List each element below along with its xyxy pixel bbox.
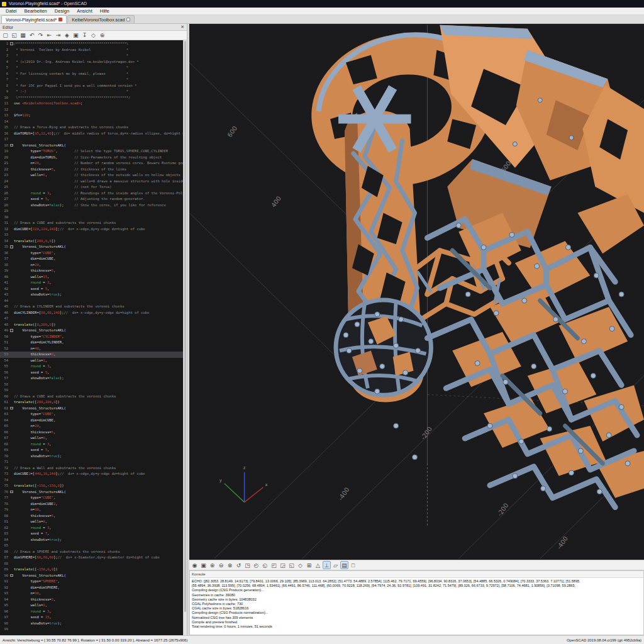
- undo-button[interactable]: ↶: [28, 31, 36, 40]
- code-line[interactable]: 18 Voronoi_StructureAKL(: [0, 143, 183, 149]
- code-line[interactable]: 87dimSPHERE=[60,60,60];// dx= x-Diameter…: [0, 555, 183, 561]
- code-line[interactable]: 83 seed = 7,: [0, 531, 183, 537]
- code-line[interactable]: 64 dim=dimCUBE,: [0, 418, 183, 424]
- code-line[interactable]: 75translate([-150,-150,0]): [0, 483, 183, 489]
- code-line[interactable]: 39 thickness=5,: [0, 268, 183, 274]
- fold-marker-icon[interactable]: [10, 407, 13, 410]
- code-line[interactable]: 57 showDots=false);: [0, 375, 183, 382]
- code-line[interactable]: 4 * (c)2019 Dr.-Ing. Andreas Keibel <a.k…: [0, 59, 183, 65]
- export-stl-button[interactable]: ↧: [80, 31, 89, 40]
- code-line[interactable]: 51 dim=dimCYLINDER,: [0, 340, 183, 346]
- code-line[interactable]: 66 thickness=5,: [0, 430, 183, 436]
- view-all-button[interactable]: □: [349, 561, 357, 569]
- code-editor[interactable]: 1/**************************************…: [0, 40, 187, 635]
- preview-button[interactable]: ◉: [191, 561, 199, 569]
- menu-item[interactable]: Hilfe: [96, 8, 113, 15]
- code-line[interactable]: 58: [0, 382, 183, 388]
- code-line[interactable]: 10 \************************************…: [0, 95, 183, 101]
- save-file-button[interactable]: ▦: [19, 31, 27, 40]
- redo-button[interactable]: ↷: [36, 31, 45, 40]
- view-back-button[interactable]: ◱: [287, 561, 296, 569]
- code-line[interactable]: 79 n=90,: [0, 507, 183, 513]
- code-line[interactable]: 59: [0, 387, 183, 394]
- view-left-button[interactable]: ◰: [270, 561, 278, 569]
- code-line[interactable]: 81 walls=0,: [0, 519, 183, 525]
- unindent-button[interactable]: ⇤: [45, 31, 53, 40]
- view-front-button[interactable]: ◲: [279, 561, 287, 569]
- code-line[interactable]: 40 walls=15,: [0, 274, 183, 280]
- code-line[interactable]: 95 walls=2,: [0, 602, 183, 609]
- code-line[interactable]: 98 showDots=true);: [0, 621, 183, 627]
- code-line[interactable]: 74: [0, 477, 183, 484]
- export-image-button[interactable]: ◇: [89, 31, 97, 40]
- code-line[interactable]: 26 round = 3, // Roundings of the inside…: [0, 191, 183, 197]
- code-line[interactable]: 1/**************************************…: [0, 41, 183, 47]
- code-line[interactable]: 47: [0, 316, 183, 322]
- code-line[interactable]: 31// Draws a CUBE and substracts the vor…: [0, 220, 183, 226]
- code-line[interactable]: 6 * For licensing contact me by email, p…: [0, 71, 183, 77]
- code-line[interactable]: 23 walls=6, // thickness of the outside …: [0, 172, 183, 179]
- code-line[interactable]: 96 round = 3,: [0, 609, 183, 615]
- fold-marker-icon[interactable]: [10, 574, 13, 577]
- scrollbar-handle[interactable]: [184, 41, 186, 612]
- code-line[interactable]: 14: [0, 119, 183, 125]
- code-line[interactable]: 17: [0, 136, 183, 143]
- 3d-viewport[interactable]: 600400600600-200-400-200-400: [189, 24, 644, 560]
- code-line[interactable]: 55 round = 3,: [0, 364, 183, 370]
- preview-button[interactable]: ◈: [63, 31, 71, 40]
- code-line[interactable]: 73dimCUBE2=[440,10,240];// dx= x-edge,dy…: [0, 471, 183, 477]
- code-line[interactable]: 24 // walls=0 draws a massive structure …: [0, 179, 183, 185]
- code-line[interactable]: 91 type="SPHERE",: [0, 579, 183, 585]
- code-line[interactable]: 21 n=20, // Number of random voronoi cor…: [0, 160, 183, 167]
- show-scale-markers-button[interactable]: ▤: [340, 561, 348, 569]
- code-line[interactable]: 61translate([200,200,0]): [0, 399, 183, 406]
- document-tab[interactable]: Voronoi-Playingfield.scad*: [1, 15, 67, 23]
- code-line[interactable]: 90 Voronoi_StructureAKL(: [0, 573, 183, 579]
- code-line[interactable]: 12: [0, 107, 183, 113]
- code-line[interactable]: 13$fn=120;: [0, 113, 183, 119]
- view-diagonal-button[interactable]: ◇: [296, 561, 304, 569]
- new-file-button[interactable]: ▢: [1, 31, 9, 40]
- code-line[interactable]: 19 type="TORUS", // Select the type TORU…: [0, 148, 183, 155]
- code-line[interactable]: 43 showDots=true);: [0, 292, 183, 298]
- code-line[interactable]: 94 thickness=3,: [0, 597, 183, 603]
- code-line[interactable]: 9 * :-) *: [0, 89, 183, 95]
- code-line[interactable]: 80 thickness=5,: [0, 513, 183, 519]
- code-line[interactable]: 97 seed = 15,: [0, 614, 183, 621]
- code-line[interactable]: 25 // (not for Torus): [0, 184, 183, 191]
- code-line[interactable]: 78 dim=dimCUBE2,: [0, 501, 183, 508]
- perspective-button[interactable]: △: [314, 561, 322, 569]
- code-line[interactable]: 30: [0, 214, 183, 221]
- code-line[interactable]: 68 round = 3,: [0, 441, 183, 448]
- fold-marker-icon[interactable]: [10, 329, 13, 332]
- code-line[interactable]: 77 type="CUBE",: [0, 495, 183, 501]
- show-axes-button[interactable]: ⊥: [323, 561, 331, 569]
- code-line[interactable]: 35 Voronoi_StructureAKL(: [0, 244, 183, 250]
- code-line[interactable]: 41 round = 3,: [0, 280, 183, 286]
- code-line[interactable]: 69 seed = 5,: [0, 447, 183, 453]
- code-line[interactable]: 89translate([-150,0,0]): [0, 567, 183, 573]
- code-line[interactable]: 3 * *: [0, 53, 183, 59]
- code-line[interactable]: 8 * for 15€ per Paypal I send you a well…: [0, 83, 183, 89]
- code-line[interactable]: 48translate([0,200,0]): [0, 322, 183, 328]
- code-line[interactable]: 67 walls=0,: [0, 435, 183, 441]
- code-line[interactable]: 50 type="CYLINDER",: [0, 334, 183, 340]
- code-line[interactable]: 49 Voronoi_StructureAKL(: [0, 328, 183, 334]
- code-line[interactable]: 62 Voronoi_StructureAKL(: [0, 406, 183, 412]
- code-line[interactable]: 11use <KeibelsVoronoiToolbox.scad>;: [0, 101, 183, 107]
- code-line[interactable]: 63 type="CUBE",: [0, 411, 183, 418]
- code-line[interactable]: 54 walls=1,: [0, 358, 183, 364]
- code-line[interactable]: 33: [0, 232, 183, 238]
- render-button[interactable]: ▣: [72, 31, 80, 40]
- code-line[interactable]: 65 n=20,: [0, 423, 183, 430]
- menu-item[interactable]: Ansicht: [73, 8, 96, 15]
- code-line[interactable]: 71: [0, 459, 183, 465]
- code-line[interactable]: 70 showDots=true);: [0, 453, 183, 460]
- zoom-all-button[interactable]: ⊗: [226, 561, 234, 569]
- code-line[interactable]: 36 type="CUBE",: [0, 250, 183, 257]
- view-top-button[interactable]: ◴: [252, 561, 260, 569]
- code-line[interactable]: 52 n=40,: [0, 346, 183, 352]
- code-line[interactable]: 28 showDots=false); // Show the cores, i…: [0, 203, 183, 209]
- send-to-printer-button[interactable]: ⊕: [98, 31, 106, 40]
- fold-marker-icon[interactable]: [10, 42, 13, 45]
